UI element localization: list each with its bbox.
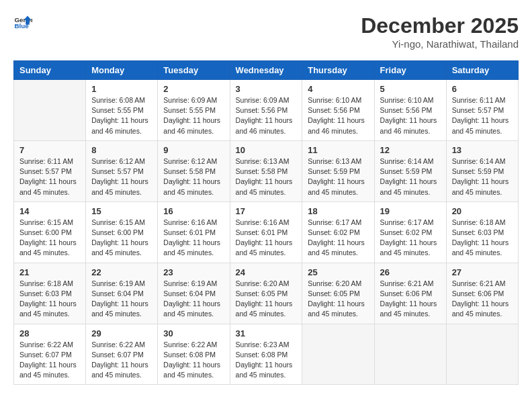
header-cell-tuesday: Tuesday: [158, 61, 230, 80]
day-info: Sunrise: 6:23 AMSunset: 6:08 PMDaylight:…: [236, 340, 297, 381]
day-cell: [446, 324, 518, 385]
header-cell-sunday: Sunday: [14, 61, 86, 80]
day-number: 25: [308, 267, 368, 277]
week-row-4: 21Sunrise: 6:18 AMSunset: 6:03 PMDayligh…: [14, 263, 519, 324]
day-info: Sunrise: 6:12 AMSunset: 5:57 PMDaylight:…: [91, 156, 152, 197]
day-cell: 9Sunrise: 6:12 AMSunset: 5:58 PMDaylight…: [158, 140, 230, 201]
day-cell: [302, 324, 374, 385]
day-number: 21: [19, 267, 80, 277]
day-info: Sunrise: 6:22 AMSunset: 6:08 PMDaylight:…: [163, 340, 224, 381]
day-cell: 24Sunrise: 6:20 AMSunset: 6:05 PMDayligh…: [230, 263, 302, 324]
day-number: 20: [452, 206, 513, 216]
day-number: 12: [380, 145, 441, 155]
day-number: 7: [19, 145, 80, 155]
day-number: 27: [452, 267, 513, 277]
day-info: Sunrise: 6:11 AMSunset: 5:57 PMDaylight:…: [452, 95, 513, 136]
day-cell: 2Sunrise: 6:09 AMSunset: 5:55 PMDaylight…: [158, 80, 230, 141]
day-info: Sunrise: 6:16 AMSunset: 6:01 PMDaylight:…: [236, 218, 297, 259]
day-number: 5: [380, 84, 441, 94]
day-cell: 19Sunrise: 6:17 AMSunset: 6:02 PMDayligh…: [374, 201, 446, 263]
logo-icon: General Blue: [13, 13, 32, 32]
day-cell: 13Sunrise: 6:14 AMSunset: 5:59 PMDayligh…: [446, 140, 518, 201]
day-info: Sunrise: 6:15 AMSunset: 6:00 PMDaylight:…: [91, 218, 152, 259]
day-info: Sunrise: 6:18 AMSunset: 6:03 PMDaylight:…: [19, 279, 80, 320]
day-info: Sunrise: 6:09 AMSunset: 5:56 PMDaylight:…: [236, 95, 297, 136]
calendar: SundayMondayTuesdayWednesdayThursdayFrid…: [13, 60, 519, 385]
day-info: Sunrise: 6:08 AMSunset: 5:55 PMDaylight:…: [91, 95, 152, 136]
day-number: 26: [380, 267, 441, 277]
day-number: 17: [236, 206, 297, 216]
day-cell: 15Sunrise: 6:15 AMSunset: 6:00 PMDayligh…: [86, 201, 158, 263]
day-number: 15: [91, 206, 152, 216]
header-cell-wednesday: Wednesday: [230, 61, 302, 80]
header-cell-monday: Monday: [86, 61, 158, 80]
day-number: 22: [91, 267, 152, 277]
day-cell: 17Sunrise: 6:16 AMSunset: 6:01 PMDayligh…: [230, 201, 302, 263]
day-cell: 23Sunrise: 6:19 AMSunset: 6:04 PMDayligh…: [158, 263, 230, 324]
week-row-5: 28Sunrise: 6:22 AMSunset: 6:07 PMDayligh…: [14, 324, 519, 385]
day-number: 19: [380, 206, 441, 216]
day-info: Sunrise: 6:09 AMSunset: 5:55 PMDaylight:…: [163, 95, 224, 136]
day-cell: 22Sunrise: 6:19 AMSunset: 6:04 PMDayligh…: [86, 263, 158, 324]
day-number: 28: [19, 328, 80, 338]
logo: General Blue: [13, 13, 32, 32]
day-cell: 25Sunrise: 6:20 AMSunset: 6:05 PMDayligh…: [302, 263, 374, 324]
day-number: 18: [308, 206, 368, 216]
day-cell: 11Sunrise: 6:13 AMSunset: 5:59 PMDayligh…: [302, 140, 374, 201]
location-title: Yi-ngo, Narathiwat, Thailand: [361, 38, 519, 50]
day-info: Sunrise: 6:21 AMSunset: 6:06 PMDaylight:…: [452, 279, 513, 320]
header-row: SundayMondayTuesdayWednesdayThursdayFrid…: [14, 61, 519, 80]
day-info: Sunrise: 6:13 AMSunset: 5:58 PMDaylight:…: [236, 156, 297, 197]
day-cell: 28Sunrise: 6:22 AMSunset: 6:07 PMDayligh…: [14, 324, 86, 385]
day-cell: 8Sunrise: 6:12 AMSunset: 5:57 PMDaylight…: [86, 140, 158, 201]
day-cell: 7Sunrise: 6:11 AMSunset: 5:57 PMDaylight…: [14, 140, 86, 201]
header-cell-friday: Friday: [374, 61, 446, 80]
header-cell-thursday: Thursday: [302, 61, 374, 80]
day-number: 4: [308, 84, 368, 94]
day-info: Sunrise: 6:20 AMSunset: 6:05 PMDaylight:…: [308, 279, 368, 320]
day-cell: 26Sunrise: 6:21 AMSunset: 6:06 PMDayligh…: [374, 263, 446, 324]
day-number: 9: [163, 145, 224, 155]
day-cell: 10Sunrise: 6:13 AMSunset: 5:58 PMDayligh…: [230, 140, 302, 201]
header-cell-saturday: Saturday: [446, 61, 518, 80]
header: General Blue December 2025 Yi-ngo, Narat…: [13, 13, 519, 50]
day-number: 16: [163, 206, 224, 216]
day-number: 3: [236, 84, 297, 94]
week-row-2: 7Sunrise: 6:11 AMSunset: 5:57 PMDaylight…: [14, 140, 519, 201]
day-cell: 29Sunrise: 6:22 AMSunset: 6:07 PMDayligh…: [86, 324, 158, 385]
day-cell: 4Sunrise: 6:10 AMSunset: 5:56 PMDaylight…: [302, 80, 374, 141]
day-info: Sunrise: 6:12 AMSunset: 5:58 PMDaylight:…: [163, 156, 224, 197]
day-number: 30: [163, 328, 224, 338]
day-info: Sunrise: 6:14 AMSunset: 5:59 PMDaylight:…: [380, 156, 441, 197]
day-info: Sunrise: 6:22 AMSunset: 6:07 PMDaylight:…: [91, 340, 152, 381]
day-cell: [374, 324, 446, 385]
day-cell: 16Sunrise: 6:16 AMSunset: 6:01 PMDayligh…: [158, 201, 230, 263]
day-info: Sunrise: 6:10 AMSunset: 5:56 PMDaylight:…: [308, 95, 368, 136]
day-info: Sunrise: 6:16 AMSunset: 6:01 PMDaylight:…: [163, 218, 224, 259]
day-cell: 21Sunrise: 6:18 AMSunset: 6:03 PMDayligh…: [14, 263, 86, 324]
day-number: 31: [236, 328, 297, 338]
day-number: 11: [308, 145, 368, 155]
day-info: Sunrise: 6:13 AMSunset: 5:59 PMDaylight:…: [308, 156, 368, 197]
week-row-1: 1Sunrise: 6:08 AMSunset: 5:55 PMDaylight…: [14, 80, 519, 141]
day-number: 2: [163, 84, 224, 94]
day-cell: 18Sunrise: 6:17 AMSunset: 6:02 PMDayligh…: [302, 201, 374, 263]
day-info: Sunrise: 6:10 AMSunset: 5:56 PMDaylight:…: [380, 95, 441, 136]
day-cell: 1Sunrise: 6:08 AMSunset: 5:55 PMDaylight…: [86, 80, 158, 141]
day-info: Sunrise: 6:18 AMSunset: 6:03 PMDaylight:…: [452, 218, 513, 259]
day-info: Sunrise: 6:17 AMSunset: 6:02 PMDaylight:…: [308, 218, 368, 259]
day-cell: 12Sunrise: 6:14 AMSunset: 5:59 PMDayligh…: [374, 140, 446, 201]
day-number: 23: [163, 267, 224, 277]
day-info: Sunrise: 6:20 AMSunset: 6:05 PMDaylight:…: [236, 279, 297, 320]
day-number: 14: [19, 206, 80, 216]
day-info: Sunrise: 6:19 AMSunset: 6:04 PMDaylight:…: [163, 279, 224, 320]
day-cell: 27Sunrise: 6:21 AMSunset: 6:06 PMDayligh…: [446, 263, 518, 324]
week-row-3: 14Sunrise: 6:15 AMSunset: 6:00 PMDayligh…: [14, 201, 519, 263]
day-number: 8: [91, 145, 152, 155]
day-cell: [14, 80, 86, 141]
day-number: 24: [236, 267, 297, 277]
day-info: Sunrise: 6:14 AMSunset: 5:59 PMDaylight:…: [452, 156, 513, 197]
day-cell: 20Sunrise: 6:18 AMSunset: 6:03 PMDayligh…: [446, 201, 518, 263]
title-area: December 2025 Yi-ngo, Narathiwat, Thaila…: [361, 13, 519, 50]
month-title: December 2025: [361, 13, 519, 38]
